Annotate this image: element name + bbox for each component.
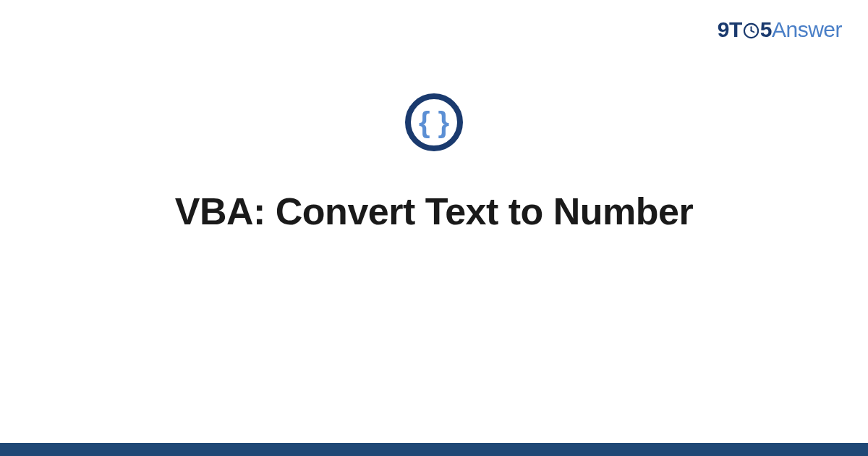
site-logo: 9T 5 Answer [718,17,842,42]
logo-text-suffix: Answer [772,17,842,42]
logo-text-mid: 5 [760,17,772,42]
svg-text:{ }: { } [419,106,449,138]
svg-line-2 [751,31,754,33]
main-content: { } VBA: Convert Text to Number [0,93,868,233]
code-braces-icon: { } [404,93,464,152]
page-title: VBA: Convert Text to Number [175,190,693,233]
logo-text-prefix: 9T [718,17,742,42]
clock-icon [743,22,760,39]
footer-accent-bar [0,443,868,456]
